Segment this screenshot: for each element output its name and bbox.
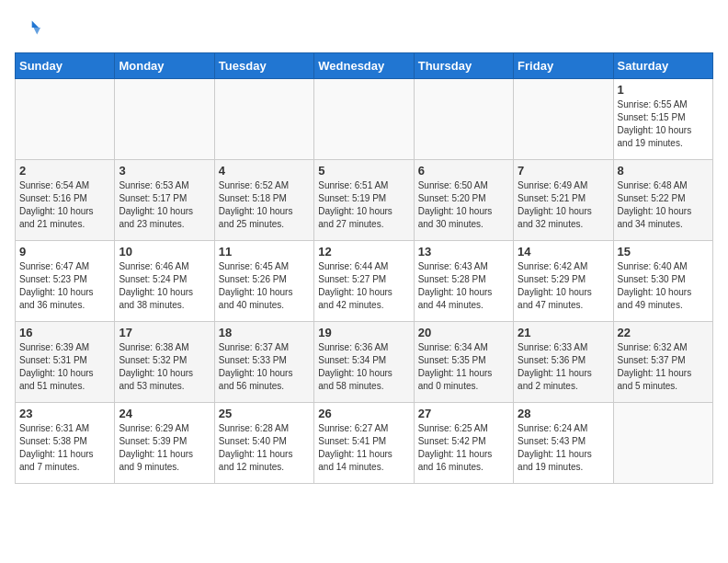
day-info: Sunrise: 6:45 AM Sunset: 5:26 PM Dayligh…	[219, 260, 310, 312]
day-cell: 4Sunrise: 6:52 AM Sunset: 5:18 PM Daylig…	[214, 159, 313, 240]
page-header	[15, 15, 713, 45]
day-info: Sunrise: 6:46 AM Sunset: 5:24 PM Dayligh…	[119, 260, 210, 312]
day-number: 8	[618, 164, 709, 178]
day-cell: 2Sunrise: 6:54 AM Sunset: 5:16 PM Daylig…	[16, 159, 115, 240]
dow-saturday: Saturday	[613, 52, 712, 78]
dow-friday: Friday	[514, 52, 613, 78]
day-cell: 21Sunrise: 6:33 AM Sunset: 5:36 PM Dayli…	[514, 321, 613, 402]
day-cell: 19Sunrise: 6:36 AM Sunset: 5:34 PM Dayli…	[314, 321, 414, 402]
day-info: Sunrise: 6:38 AM Sunset: 5:32 PM Dayligh…	[119, 341, 210, 393]
day-number: 19	[318, 326, 409, 339]
day-number: 14	[518, 245, 609, 259]
day-info: Sunrise: 6:37 AM Sunset: 5:33 PM Dayligh…	[219, 341, 310, 393]
day-number: 17	[119, 326, 210, 339]
day-cell: 20Sunrise: 6:34 AM Sunset: 5:35 PM Dayli…	[414, 321, 513, 402]
day-number: 26	[318, 407, 409, 420]
day-number: 21	[518, 326, 609, 339]
dow-thursday: Thursday	[414, 52, 513, 78]
day-number: 11	[219, 245, 310, 259]
day-cell: 17Sunrise: 6:38 AM Sunset: 5:32 PM Dayli…	[115, 321, 214, 402]
day-number: 5	[318, 164, 409, 178]
day-info: Sunrise: 6:52 AM Sunset: 5:18 PM Dayligh…	[219, 179, 310, 231]
day-cell: 9Sunrise: 6:47 AM Sunset: 5:23 PM Daylig…	[16, 240, 115, 321]
days-of-week-row: SundayMondayTuesdayWednesdayThursdayFrid…	[16, 52, 713, 78]
day-number: 18	[219, 326, 310, 339]
day-info: Sunrise: 6:25 AM Sunset: 5:42 PM Dayligh…	[418, 422, 509, 474]
day-cell: 14Sunrise: 6:42 AM Sunset: 5:29 PM Dayli…	[514, 240, 613, 321]
day-info: Sunrise: 6:29 AM Sunset: 5:39 PM Dayligh…	[119, 422, 210, 474]
day-cell: 7Sunrise: 6:49 AM Sunset: 5:21 PM Daylig…	[514, 159, 613, 240]
day-cell	[16, 78, 115, 159]
day-cell: 6Sunrise: 6:50 AM Sunset: 5:20 PM Daylig…	[414, 159, 513, 240]
day-cell	[115, 78, 214, 159]
dow-tuesday: Tuesday	[214, 52, 313, 78]
calendar-body: 1Sunrise: 6:55 AM Sunset: 5:15 PM Daylig…	[16, 78, 713, 483]
day-number: 24	[119, 407, 210, 420]
day-cell: 26Sunrise: 6:27 AM Sunset: 5:41 PM Dayli…	[314, 402, 414, 483]
day-cell	[314, 78, 414, 159]
dow-wednesday: Wednesday	[314, 52, 414, 78]
calendar-table: SundayMondayTuesdayWednesdayThursdayFrid…	[15, 52, 713, 484]
day-number: 13	[418, 245, 509, 259]
day-cell: 27Sunrise: 6:25 AM Sunset: 5:42 PM Dayli…	[414, 402, 513, 483]
day-number: 7	[518, 164, 609, 178]
day-info: Sunrise: 6:27 AM Sunset: 5:41 PM Dayligh…	[318, 422, 409, 474]
day-number: 1	[618, 83, 709, 97]
week-row-1: 2Sunrise: 6:54 AM Sunset: 5:16 PM Daylig…	[16, 159, 713, 240]
day-info: Sunrise: 6:42 AM Sunset: 5:29 PM Dayligh…	[518, 260, 609, 312]
day-cell: 12Sunrise: 6:44 AM Sunset: 5:27 PM Dayli…	[314, 240, 414, 321]
week-row-4: 23Sunrise: 6:31 AM Sunset: 5:38 PM Dayli…	[16, 402, 713, 483]
dow-monday: Monday	[115, 52, 214, 78]
day-cell	[214, 78, 313, 159]
day-number: 15	[618, 245, 709, 259]
day-cell	[613, 402, 712, 483]
day-info: Sunrise: 6:53 AM Sunset: 5:17 PM Dayligh…	[119, 179, 210, 231]
day-cell: 22Sunrise: 6:32 AM Sunset: 5:37 PM Dayli…	[613, 321, 712, 402]
day-number: 16	[19, 326, 110, 339]
day-info: Sunrise: 6:54 AM Sunset: 5:16 PM Dayligh…	[19, 179, 110, 231]
day-cell: 15Sunrise: 6:40 AM Sunset: 5:30 PM Dayli…	[613, 240, 712, 321]
day-info: Sunrise: 6:40 AM Sunset: 5:30 PM Dayligh…	[618, 260, 709, 312]
day-info: Sunrise: 6:31 AM Sunset: 5:38 PM Dayligh…	[19, 422, 110, 474]
week-row-2: 9Sunrise: 6:47 AM Sunset: 5:23 PM Daylig…	[16, 240, 713, 321]
day-cell: 8Sunrise: 6:48 AM Sunset: 5:22 PM Daylig…	[613, 159, 712, 240]
day-cell: 11Sunrise: 6:45 AM Sunset: 5:26 PM Dayli…	[214, 240, 313, 321]
day-info: Sunrise: 6:32 AM Sunset: 5:37 PM Dayligh…	[618, 341, 709, 393]
day-info: Sunrise: 6:28 AM Sunset: 5:40 PM Dayligh…	[219, 422, 310, 474]
day-cell: 23Sunrise: 6:31 AM Sunset: 5:38 PM Dayli…	[16, 402, 115, 483]
day-info: Sunrise: 6:39 AM Sunset: 5:31 PM Dayligh…	[19, 341, 110, 393]
day-info: Sunrise: 6:55 AM Sunset: 5:15 PM Dayligh…	[618, 98, 709, 150]
day-cell: 18Sunrise: 6:37 AM Sunset: 5:33 PM Dayli…	[214, 321, 313, 402]
day-info: Sunrise: 6:24 AM Sunset: 5:43 PM Dayligh…	[518, 422, 609, 474]
day-number: 22	[618, 326, 709, 339]
day-number: 10	[119, 245, 210, 259]
day-number: 2	[19, 164, 110, 178]
day-number: 6	[418, 164, 509, 178]
day-cell: 25Sunrise: 6:28 AM Sunset: 5:40 PM Dayli…	[214, 402, 313, 483]
day-cell: 28Sunrise: 6:24 AM Sunset: 5:43 PM Dayli…	[514, 402, 613, 483]
day-number: 4	[219, 164, 310, 178]
day-number: 28	[518, 407, 609, 420]
day-info: Sunrise: 6:43 AM Sunset: 5:28 PM Dayligh…	[418, 260, 509, 312]
day-info: Sunrise: 6:48 AM Sunset: 5:22 PM Dayligh…	[618, 179, 709, 231]
day-info: Sunrise: 6:51 AM Sunset: 5:19 PM Dayligh…	[318, 179, 409, 231]
day-number: 9	[19, 245, 110, 259]
svg-marker-0	[32, 21, 39, 28]
day-info: Sunrise: 6:36 AM Sunset: 5:34 PM Dayligh…	[318, 341, 409, 393]
day-number: 23	[19, 407, 110, 420]
day-cell: 13Sunrise: 6:43 AM Sunset: 5:28 PM Dayli…	[414, 240, 513, 321]
day-cell: 5Sunrise: 6:51 AM Sunset: 5:19 PM Daylig…	[314, 159, 414, 240]
day-number: 27	[418, 407, 509, 420]
day-cell: 10Sunrise: 6:46 AM Sunset: 5:24 PM Dayli…	[115, 240, 214, 321]
day-number: 25	[219, 407, 310, 420]
day-cell: 3Sunrise: 6:53 AM Sunset: 5:17 PM Daylig…	[115, 159, 214, 240]
svg-marker-1	[34, 28, 40, 34]
day-info: Sunrise: 6:47 AM Sunset: 5:23 PM Dayligh…	[19, 260, 110, 312]
day-cell	[414, 78, 513, 159]
logo-icon	[15, 15, 40, 40]
day-number: 3	[119, 164, 210, 178]
day-cell: 24Sunrise: 6:29 AM Sunset: 5:39 PM Dayli…	[115, 402, 214, 483]
week-row-0: 1Sunrise: 6:55 AM Sunset: 5:15 PM Daylig…	[16, 78, 713, 159]
day-cell	[514, 78, 613, 159]
day-info: Sunrise: 6:49 AM Sunset: 5:21 PM Dayligh…	[518, 179, 609, 231]
